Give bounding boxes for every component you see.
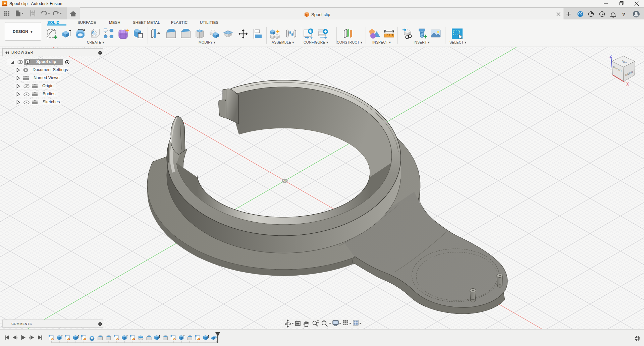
svg-text:Spool clip: Spool clip — [311, 12, 330, 17]
svg-text:X: X — [626, 82, 629, 86]
svg-text:?: ? — [622, 11, 625, 17]
svg-text:F: F — [4, 1, 6, 5]
svg-text:Z: Z — [609, 54, 612, 59]
